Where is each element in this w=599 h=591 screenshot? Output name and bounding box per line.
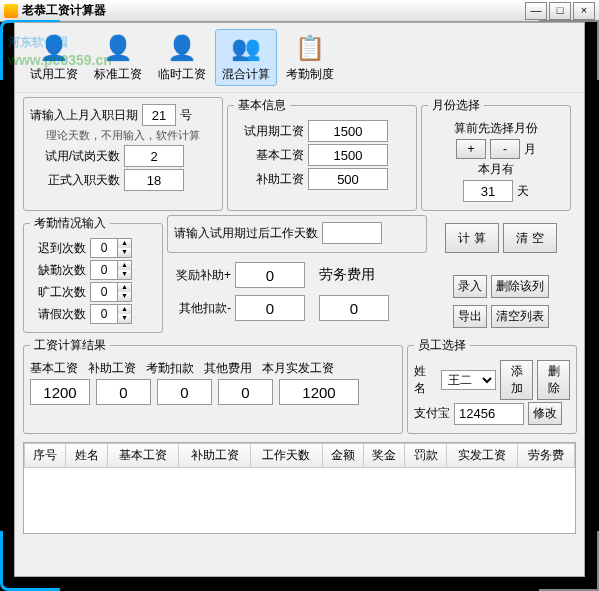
alipay-input[interactable] — [454, 403, 524, 425]
col-header[interactable]: 序号 — [25, 444, 66, 468]
labor-fee-input[interactable] — [319, 295, 389, 321]
col-header[interactable]: 金额 — [322, 444, 363, 468]
absent-spinner[interactable]: ▲▼ — [90, 260, 132, 280]
toolbar-试用工资[interactable]: 👤试用工资 — [23, 29, 85, 86]
month-days-input[interactable] — [463, 180, 513, 202]
spin-up-icon[interactable]: ▲ — [117, 283, 131, 292]
employee-name-select[interactable]: 王二 — [441, 370, 496, 390]
entry-date-input[interactable] — [142, 104, 176, 126]
window-title: 老恭工资计算器 — [22, 2, 523, 19]
bonus-input[interactable] — [235, 262, 305, 288]
toolbar-icon: 👤 — [38, 32, 70, 64]
entry-date-label: 请输入上月入职日期 — [30, 107, 138, 124]
attendance-group: 考勤情况输入 迟到次数▲▼缺勤次数▲▼旷工次数▲▼请假次数▲▼ — [23, 215, 163, 333]
after-trial-days-input[interactable] — [322, 222, 382, 244]
entry-date-note: 理论天数，不用输入，软件计算 — [46, 128, 200, 143]
col-header[interactable]: 补助工资 — [179, 444, 251, 468]
base-salary-input[interactable] — [308, 144, 388, 166]
toolbar-icon: 📋 — [294, 32, 326, 64]
result-base[interactable] — [30, 379, 90, 405]
trial-salary-input[interactable] — [308, 120, 388, 142]
result-group: 工资计算结果 基本工资 补助工资 考勤扣款 其他费用 本月实发工资 — [23, 337, 403, 434]
spin-down-icon[interactable]: ▼ — [117, 292, 131, 301]
after-trial-group: 请输入试用期过后工作天数 — [167, 215, 427, 253]
toolbar-混合计算[interactable]: 👥混合计算 — [215, 29, 277, 86]
record-button[interactable]: 录入 — [453, 275, 487, 298]
result-att-deduct[interactable] — [157, 379, 212, 405]
result-actual[interactable] — [279, 379, 359, 405]
toolbar-icon: 👥 — [230, 32, 262, 64]
employee-group: 员工选择 姓名 王二 添加 删除 支付宝 修改 — [407, 337, 577, 434]
toolbar-icon: 👤 — [102, 32, 134, 64]
delete-employee-button[interactable]: 删除 — [537, 360, 570, 400]
result-subsidy[interactable] — [96, 379, 151, 405]
spin-up-icon[interactable]: ▲ — [117, 261, 131, 270]
col-header[interactable]: 劳务费 — [518, 444, 575, 468]
spin-up-icon[interactable]: ▲ — [117, 305, 131, 314]
modify-button[interactable]: 修改 — [528, 402, 562, 425]
app-icon — [4, 4, 18, 18]
toolbar-临时工资[interactable]: 👤临时工资 — [151, 29, 213, 86]
spin-up-icon[interactable]: ▲ — [117, 239, 131, 248]
late-spinner[interactable]: ▲▼ — [90, 238, 132, 258]
formal-days-input[interactable] — [124, 169, 184, 191]
skip-spinner[interactable]: ▲▼ — [90, 282, 132, 302]
titlebar: 老恭工资计算器 — □ × — [0, 0, 599, 22]
data-table[interactable]: 序号姓名基本工资补助工资工作天数金额奖金罚款实发工资劳务费 — [23, 442, 576, 534]
entry-date-group: 请输入上月入职日期 号 理论天数，不用输入，软件计算 试用/试岗天数 正式入职天… — [23, 97, 223, 211]
subsidy-input[interactable] — [308, 168, 388, 190]
spin-down-icon[interactable]: ▼ — [117, 248, 131, 257]
result-other[interactable] — [218, 379, 273, 405]
month-minus-button[interactable]: - — [490, 139, 520, 159]
col-header[interactable]: 奖金 — [364, 444, 405, 468]
toolbar-标准工资[interactable]: 👤标准工资 — [87, 29, 149, 86]
clear-list-button[interactable]: 清空列表 — [491, 305, 549, 328]
export-button[interactable]: 导出 — [453, 305, 487, 328]
minimize-button[interactable]: — — [525, 2, 547, 20]
delete-row-button[interactable]: 删除该列 — [491, 275, 549, 298]
spin-down-icon[interactable]: ▼ — [117, 270, 131, 279]
close-button[interactable]: × — [573, 2, 595, 20]
trial-days-input[interactable] — [124, 145, 184, 167]
col-header[interactable]: 姓名 — [66, 444, 107, 468]
app-window: 👤试用工资👤标准工资👤临时工资👥混合计算📋考勤制度 请输入上月入职日期 号 理论… — [14, 22, 585, 577]
calculate-button[interactable]: 计 算 — [445, 223, 499, 253]
col-header[interactable]: 工作天数 — [251, 444, 323, 468]
toolbar-icon: 👤 — [166, 32, 198, 64]
deduct-input[interactable] — [235, 295, 305, 321]
basic-info-group: 基本信息 试用期工资 基本工资 补助工资 — [227, 97, 417, 211]
toolbar-考勤制度[interactable]: 📋考勤制度 — [279, 29, 341, 86]
spin-down-icon[interactable]: ▼ — [117, 314, 131, 323]
maximize-button[interactable]: □ — [549, 2, 571, 20]
add-employee-button[interactable]: 添加 — [500, 360, 533, 400]
leave-spinner[interactable]: ▲▼ — [90, 304, 132, 324]
month-plus-button[interactable]: + — [456, 139, 486, 159]
toolbar: 👤试用工资👤标准工资👤临时工资👥混合计算📋考勤制度 — [15, 23, 584, 93]
clear-button[interactable]: 清 空 — [503, 223, 557, 253]
month-select-group: 月份选择 算前先选择月份 + - 月 本月有 天 — [421, 97, 571, 211]
col-header[interactable]: 基本工资 — [107, 444, 179, 468]
col-header[interactable]: 罚款 — [405, 444, 446, 468]
col-header[interactable]: 实发工资 — [446, 444, 518, 468]
labor-fee-label: 劳务费用 — [319, 266, 375, 284]
